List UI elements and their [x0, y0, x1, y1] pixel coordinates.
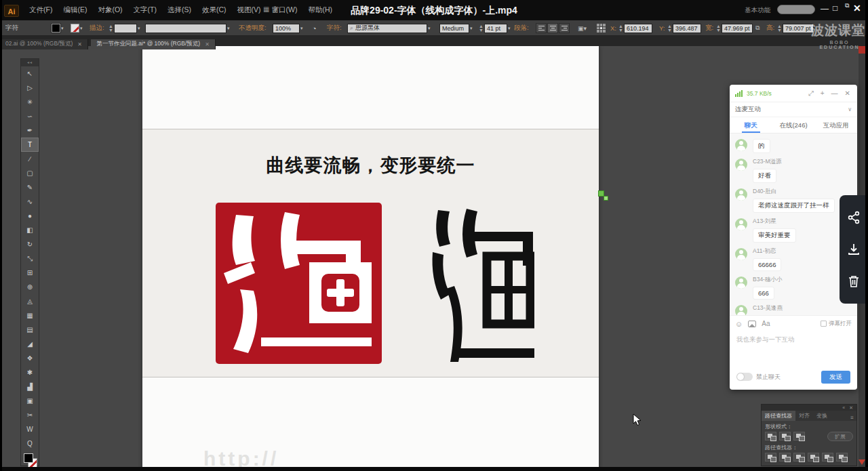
tool-button[interactable]: ∽	[21, 109, 39, 123]
x-field[interactable]: 610.194	[624, 24, 652, 33]
recolor-icon[interactable]: ◔	[312, 24, 317, 33]
tool-button[interactable]: ◧	[21, 223, 39, 237]
workspace-switcher[interactable]: 基本功能	[745, 6, 770, 15]
maximize-button[interactable]: □	[833, 3, 837, 13]
width-profile-select[interactable]	[145, 24, 226, 33]
tool-button[interactable]: ▢	[21, 166, 39, 180]
pin-icon[interactable]: +	[819, 89, 826, 97]
chat-message-list[interactable]: 的 C23-M溢源 好看 D40-肚白 老师这速度跟开了挂一样 A13-刘星 审…	[730, 134, 857, 315]
tool-button[interactable]: ▣	[21, 394, 39, 408]
menu-item[interactable]: 效果(C)	[197, 3, 231, 17]
align-left-button[interactable]	[536, 23, 547, 33]
restore-doc-button[interactable]: ⧉	[845, 2, 849, 9]
menu-item[interactable]: 文件(F)	[24, 3, 57, 17]
fill-color-swatch[interactable]	[24, 453, 33, 463]
panel-menu-icon[interactable]: ≡	[850, 415, 856, 421]
tool-button[interactable]: ◬	[21, 294, 39, 308]
unite-button[interactable]	[765, 432, 776, 441]
minus-front-button[interactable]	[779, 432, 791, 441]
document-tab[interactable]: 02.ai @ 100% (RGB/预览)✕	[0, 39, 88, 49]
panel-grip[interactable]: ◂◂	[21, 59, 39, 66]
expand-icon[interactable]: ⤢	[807, 89, 815, 98]
tab-chat[interactable]: 聊天	[730, 117, 772, 133]
close-button[interactable]: ✕	[853, 3, 861, 14]
merge-button[interactable]	[793, 453, 805, 462]
link-dimensions-icon[interactable]: ⧉	[755, 24, 760, 32]
outline-button[interactable]	[822, 453, 833, 462]
font-size-field[interactable]: 41 pt	[484, 24, 507, 33]
chat-minimize-icon[interactable]: —	[830, 89, 840, 97]
tool-button[interactable]: ✎	[21, 180, 39, 194]
room-selector[interactable]: 连麦互动 ∨	[730, 102, 857, 117]
tab-align[interactable]: 对齐	[795, 411, 813, 421]
fill-swatch[interactable]	[52, 24, 60, 33]
tool-button[interactable]: W	[21, 422, 39, 436]
font-icon[interactable]: Aa	[762, 320, 770, 327]
tool-button[interactable]: ▤	[21, 323, 39, 337]
document-tab-active[interactable]: 第一节作业问题.ai* @ 100% (RGB/预览)✕	[91, 39, 215, 49]
minimize-button[interactable]: —	[821, 4, 829, 14]
trash-icon[interactable]	[847, 274, 861, 288]
menu-item[interactable]: 对象(O)	[93, 3, 127, 17]
tab-transform[interactable]: 变换	[813, 411, 831, 421]
tool-button[interactable]: ↻	[21, 237, 39, 251]
chat-input[interactable]: 我也来参与一下互动	[730, 331, 857, 367]
menu-item[interactable]: 文字(T)	[129, 3, 161, 17]
share-icon[interactable]	[847, 211, 861, 224]
image-icon[interactable]	[748, 321, 756, 327]
download-icon[interactable]	[847, 243, 861, 256]
tool-button[interactable]: T	[21, 138, 39, 152]
w-field[interactable]: 47.969 pt	[722, 24, 753, 33]
tool-button[interactable]: ⤡	[21, 251, 39, 266]
chat-close-icon[interactable]: ✕	[844, 89, 852, 97]
tool-button[interactable]: ◢	[21, 337, 39, 351]
stroke-swatch[interactable]	[71, 24, 79, 33]
tool-button[interactable]: ∕	[21, 152, 39, 166]
mute-chat-toggle[interactable]	[736, 373, 753, 381]
expand-button[interactable]: 扩展	[827, 432, 853, 441]
tool-button[interactable]: ❖	[21, 351, 39, 365]
emoji-icon[interactable]: ☺	[735, 320, 743, 328]
tool-button[interactable]: ✂	[21, 408, 39, 422]
search-pill[interactable]	[777, 5, 815, 14]
y-field[interactable]: 396.487	[673, 24, 701, 33]
font-search-input[interactable]: ⌕思源黑体	[347, 24, 427, 33]
checkbox-icon[interactable]	[821, 321, 827, 327]
reference-point-locator[interactable]	[597, 24, 606, 33]
tool-button[interactable]: ⊞	[21, 266, 39, 280]
menu-item[interactable]: 编辑(E)	[58, 3, 92, 17]
h-field[interactable]: 79.007 pt	[783, 24, 814, 33]
danmaku-checkbox[interactable]: 弹幕打开	[821, 320, 852, 328]
tab-pathfinder[interactable]: 路径查找器	[762, 411, 795, 421]
menu-item[interactable]: 帮助(H)	[304, 3, 338, 17]
font-style-select[interactable]: Medium	[439, 24, 469, 33]
tab-online[interactable]: 在线(246)	[772, 117, 815, 133]
tool-button[interactable]: ▷	[21, 81, 39, 95]
tool-button[interactable]: ✳	[21, 95, 39, 109]
flyout-icon[interactable]: ▣▾	[578, 25, 587, 32]
tool-button[interactable]: ✱	[21, 365, 39, 380]
close-tab-icon[interactable]: ✕	[205, 41, 210, 47]
opacity-field[interactable]: 100%	[273, 24, 300, 33]
tool-button[interactable]: ●	[21, 209, 39, 223]
intersect-button[interactable]	[793, 432, 805, 441]
tool-button[interactable]: ↖	[21, 66, 39, 81]
minus-back-button[interactable]	[836, 453, 848, 462]
stroke-width-field[interactable]	[114, 24, 137, 33]
tool-button[interactable]: ∿	[21, 194, 39, 209]
tool-button[interactable]: Q	[21, 436, 39, 451]
tab-apps[interactable]: 互动应用	[814, 117, 857, 133]
divide-button[interactable]	[765, 453, 776, 462]
crop-button[interactable]	[808, 453, 819, 462]
align-center-button[interactable]	[547, 23, 558, 33]
align-right-button[interactable]	[559, 23, 570, 33]
tool-button[interactable]: ✒	[21, 123, 39, 138]
menubar-extra-icons[interactable]: ▦ ▾	[263, 5, 279, 13]
menu-item[interactable]: 视图(V)	[233, 3, 266, 17]
close-tab-icon[interactable]: ✕	[77, 41, 82, 47]
tool-button[interactable]: ▦	[21, 308, 39, 323]
menu-item[interactable]: 选择(S)	[163, 3, 196, 17]
tool-button[interactable]: ▟	[21, 380, 39, 394]
send-button[interactable]: 发送	[821, 371, 850, 384]
tool-button[interactable]: ⊕	[21, 280, 39, 294]
